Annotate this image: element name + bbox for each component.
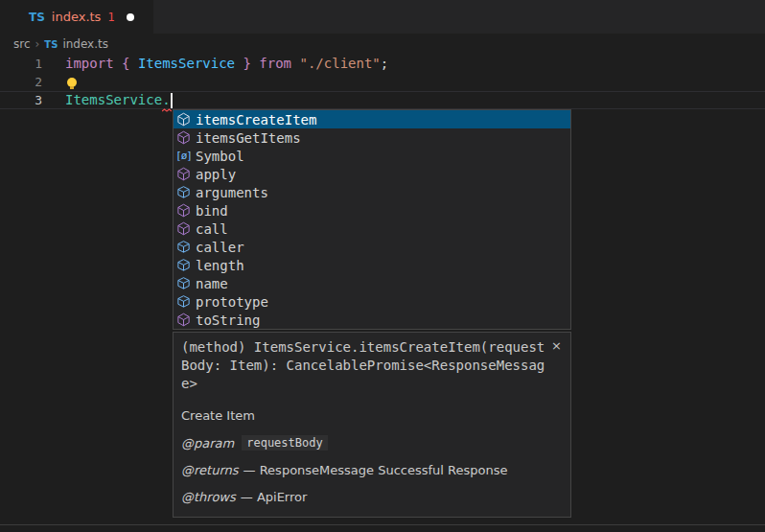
- code-editor[interactable]: 1 import { ItemsService } from "./client…: [0, 55, 765, 109]
- suggestion-apply[interactable]: apply: [174, 165, 570, 183]
- breadcrumb-folder[interactable]: src: [13, 37, 31, 51]
- suggestion-label: call: [196, 221, 228, 237]
- brace-close: }: [235, 55, 259, 73]
- typescript-file-icon: TS: [29, 11, 45, 24]
- doc-tag-param: @param requestBody: [181, 435, 563, 451]
- suggestion-label: length: [196, 258, 244, 273]
- symbol-field-icon: [175, 258, 192, 273]
- suggestion-symbol[interactable]: [ø] Symbol: [174, 147, 570, 165]
- keyword-import: import: [65, 55, 122, 73]
- suggestion-label: arguments: [196, 185, 268, 200]
- tag-text: — ApiError: [241, 490, 308, 504]
- symbol-method-icon: [175, 221, 192, 237]
- breadcrumb-file[interactable]: index.ts: [62, 37, 108, 51]
- symbol-field-icon: [175, 185, 192, 200]
- line-number: 2: [0, 73, 42, 91]
- breadcrumb: src › TS index.ts: [0, 34, 765, 55]
- symbol-method-icon: [175, 167, 192, 182]
- code-text: import { ItemsService } from "./client";: [65, 55, 388, 73]
- symbol-method-icon: [175, 312, 192, 328]
- imported-symbol: ItemsService: [138, 55, 235, 73]
- dot-accessor: .: [162, 91, 170, 109]
- suggestion-label: prototype: [196, 294, 268, 310]
- doc-tag-returns: @returns — ResponseMessage Successful Re…: [181, 463, 563, 477]
- semicolon: ;: [381, 55, 388, 73]
- symbol-field-icon: [175, 276, 192, 291]
- symbol-method-icon: [175, 130, 192, 146]
- code-text: [65, 78, 77, 87]
- lightbulb-icon[interactable]: [67, 78, 77, 87]
- class-reference: ItemsService: [65, 91, 162, 109]
- chevron-right-icon: ›: [35, 37, 40, 51]
- brace-open: {: [122, 55, 138, 73]
- suggestion-label: caller: [196, 240, 244, 255]
- suggestion-prototype[interactable]: prototype: [174, 292, 570, 311]
- doc-description: Create Item: [181, 408, 563, 423]
- param-name-badge: requestBody: [242, 435, 327, 451]
- symbol-field-icon: [175, 240, 192, 255]
- doc-tag-throws: @throws — ApiError: [181, 490, 563, 504]
- close-icon[interactable]: ×: [551, 339, 562, 352]
- suggestion-label: name: [196, 276, 228, 291]
- tab-error-count-badge: 1: [107, 11, 114, 24]
- symbol-field-icon: [175, 294, 192, 310]
- tag-label: @throws: [181, 490, 236, 504]
- symbol-variable-icon: [ø]: [175, 149, 192, 164]
- intellisense-suggest-widget: itemsCreateItem itemsGetItems [ø] Symbol…: [173, 109, 571, 330]
- code-line-3-current: 3 ItemsService.: [0, 91, 765, 109]
- suggestion-name[interactable]: name: [174, 274, 570, 292]
- tab-index-ts[interactable]: TS index.ts 1: [0, 0, 153, 34]
- suggestion-length[interactable]: length: [174, 256, 570, 274]
- method-signature: (method) ItemsService.itemsCreateItem(re…: [181, 338, 549, 393]
- suggestion-to-string[interactable]: toString: [174, 311, 570, 329]
- modified-dot-icon[interactable]: [127, 13, 134, 21]
- symbol-method-icon: [175, 203, 192, 219]
- suggestion-bind[interactable]: bind: [174, 201, 570, 220]
- tag-label: @param: [181, 436, 234, 451]
- suggestion-label: Symbol: [196, 149, 244, 164]
- panel-divider: [0, 524, 765, 525]
- suggestion-label: itemsCreateItem: [196, 112, 316, 127]
- line-number-active: 3: [0, 91, 42, 109]
- suggestion-caller[interactable]: caller: [174, 238, 570, 256]
- tag-label: @returns: [181, 463, 239, 477]
- suggestion-call[interactable]: call: [174, 220, 570, 238]
- suggestion-items-get-items[interactable]: itemsGetItems: [174, 128, 570, 147]
- text-cursor: [171, 93, 173, 108]
- tab-filename: index.ts: [52, 10, 102, 24]
- vscode-window: TS index.ts 1 src › TS index.ts 1 import…: [0, 0, 765, 532]
- suggestion-label: toString: [196, 312, 260, 328]
- typescript-file-icon: TS: [44, 39, 58, 50]
- code-text: ItemsService.: [65, 91, 173, 109]
- tag-text: — ResponseMessage Successful Response: [243, 463, 508, 477]
- tab-bar: TS index.ts 1: [0, 0, 765, 34]
- suggestion-label: apply: [196, 167, 236, 182]
- code-line-1: 1 import { ItemsService } from "./client…: [0, 55, 765, 73]
- keyword-from: from: [259, 55, 299, 73]
- module-string: "./client": [299, 55, 380, 73]
- line-number: 1: [0, 55, 42, 73]
- suggest-docs-panel: × (method) ItemsService.itemsCreateItem(…: [173, 332, 571, 518]
- code-line-2: 2: [0, 73, 765, 91]
- suggestion-arguments[interactable]: arguments: [174, 183, 570, 201]
- suggestion-label: itemsGetItems: [196, 130, 301, 146]
- symbol-method-icon: [175, 112, 192, 127]
- suggestion-label: bind: [196, 203, 228, 219]
- error-squiggle-icon: [162, 108, 172, 112]
- suggestion-items-create-item[interactable]: itemsCreateItem: [174, 110, 570, 128]
